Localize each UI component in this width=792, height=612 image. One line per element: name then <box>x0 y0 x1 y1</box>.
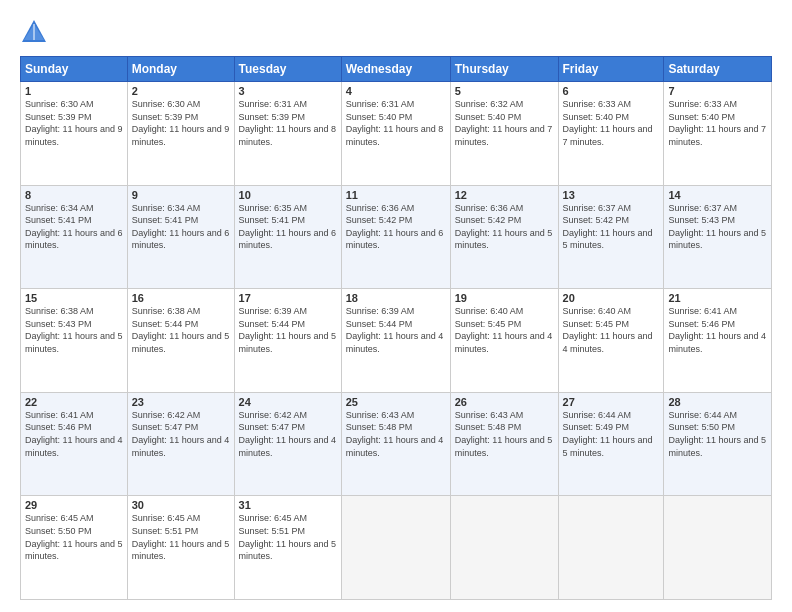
day-number: 26 <box>455 396 554 408</box>
day-number: 16 <box>132 292 230 304</box>
day-number: 7 <box>668 85 767 97</box>
day-number: 23 <box>132 396 230 408</box>
day-number: 10 <box>239 189 337 201</box>
calendar-cell: 28Sunrise: 6:44 AMSunset: 5:50 PMDayligh… <box>664 392 772 496</box>
calendar-cell: 26Sunrise: 6:43 AMSunset: 5:48 PMDayligh… <box>450 392 558 496</box>
calendar-cell: 19Sunrise: 6:40 AMSunset: 5:45 PMDayligh… <box>450 289 558 393</box>
calendar-cell: 22Sunrise: 6:41 AMSunset: 5:46 PMDayligh… <box>21 392 128 496</box>
day-header-saturday: Saturday <box>664 57 772 82</box>
day-info: Sunrise: 6:38 AMSunset: 5:43 PMDaylight:… <box>25 306 123 354</box>
day-info: Sunrise: 6:37 AMSunset: 5:42 PMDaylight:… <box>563 203 653 251</box>
day-info: Sunrise: 6:30 AMSunset: 5:39 PMDaylight:… <box>132 99 230 147</box>
calendar-cell: 25Sunrise: 6:43 AMSunset: 5:48 PMDayligh… <box>341 392 450 496</box>
day-number: 3 <box>239 85 337 97</box>
day-info: Sunrise: 6:32 AMSunset: 5:40 PMDaylight:… <box>455 99 553 147</box>
calendar-cell: 3Sunrise: 6:31 AMSunset: 5:39 PMDaylight… <box>234 82 341 186</box>
day-info: Sunrise: 6:44 AMSunset: 5:50 PMDaylight:… <box>668 410 766 458</box>
day-info: Sunrise: 6:35 AMSunset: 5:41 PMDaylight:… <box>239 203 337 251</box>
day-info: Sunrise: 6:43 AMSunset: 5:48 PMDaylight:… <box>346 410 444 458</box>
calendar-cell: 18Sunrise: 6:39 AMSunset: 5:44 PMDayligh… <box>341 289 450 393</box>
day-number: 19 <box>455 292 554 304</box>
day-number: 28 <box>668 396 767 408</box>
day-info: Sunrise: 6:37 AMSunset: 5:43 PMDaylight:… <box>668 203 766 251</box>
day-number: 2 <box>132 85 230 97</box>
calendar-cell: 16Sunrise: 6:38 AMSunset: 5:44 PMDayligh… <box>127 289 234 393</box>
day-info: Sunrise: 6:40 AMSunset: 5:45 PMDaylight:… <box>563 306 653 354</box>
day-number: 27 <box>563 396 660 408</box>
calendar-cell <box>558 496 664 600</box>
day-number: 29 <box>25 499 123 511</box>
calendar-cell: 31Sunrise: 6:45 AMSunset: 5:51 PMDayligh… <box>234 496 341 600</box>
day-info: Sunrise: 6:33 AMSunset: 5:40 PMDaylight:… <box>668 99 766 147</box>
calendar-cell: 27Sunrise: 6:44 AMSunset: 5:49 PMDayligh… <box>558 392 664 496</box>
day-header-tuesday: Tuesday <box>234 57 341 82</box>
calendar-cell: 20Sunrise: 6:40 AMSunset: 5:45 PMDayligh… <box>558 289 664 393</box>
day-info: Sunrise: 6:31 AMSunset: 5:39 PMDaylight:… <box>239 99 337 147</box>
day-number: 1 <box>25 85 123 97</box>
calendar-cell: 2Sunrise: 6:30 AMSunset: 5:39 PMDaylight… <box>127 82 234 186</box>
calendar-cell: 24Sunrise: 6:42 AMSunset: 5:47 PMDayligh… <box>234 392 341 496</box>
day-number: 12 <box>455 189 554 201</box>
day-number: 15 <box>25 292 123 304</box>
day-info: Sunrise: 6:36 AMSunset: 5:42 PMDaylight:… <box>346 203 444 251</box>
calendar-cell: 8Sunrise: 6:34 AMSunset: 5:41 PMDaylight… <box>21 185 128 289</box>
day-header-friday: Friday <box>558 57 664 82</box>
day-number: 20 <box>563 292 660 304</box>
day-number: 6 <box>563 85 660 97</box>
calendar-cell: 4Sunrise: 6:31 AMSunset: 5:40 PMDaylight… <box>341 82 450 186</box>
day-info: Sunrise: 6:42 AMSunset: 5:47 PMDaylight:… <box>239 410 337 458</box>
day-header-wednesday: Wednesday <box>341 57 450 82</box>
day-info: Sunrise: 6:44 AMSunset: 5:49 PMDaylight:… <box>563 410 653 458</box>
calendar-cell: 12Sunrise: 6:36 AMSunset: 5:42 PMDayligh… <box>450 185 558 289</box>
calendar-cell: 17Sunrise: 6:39 AMSunset: 5:44 PMDayligh… <box>234 289 341 393</box>
day-info: Sunrise: 6:45 AMSunset: 5:51 PMDaylight:… <box>132 513 230 561</box>
calendar-cell: 14Sunrise: 6:37 AMSunset: 5:43 PMDayligh… <box>664 185 772 289</box>
calendar-cell: 5Sunrise: 6:32 AMSunset: 5:40 PMDaylight… <box>450 82 558 186</box>
calendar-cell: 21Sunrise: 6:41 AMSunset: 5:46 PMDayligh… <box>664 289 772 393</box>
calendar-cell <box>450 496 558 600</box>
day-info: Sunrise: 6:39 AMSunset: 5:44 PMDaylight:… <box>346 306 444 354</box>
day-info: Sunrise: 6:40 AMSunset: 5:45 PMDaylight:… <box>455 306 553 354</box>
day-number: 4 <box>346 85 446 97</box>
day-number: 17 <box>239 292 337 304</box>
logo <box>20 18 52 46</box>
calendar-cell: 7Sunrise: 6:33 AMSunset: 5:40 PMDaylight… <box>664 82 772 186</box>
day-number: 31 <box>239 499 337 511</box>
day-info: Sunrise: 6:31 AMSunset: 5:40 PMDaylight:… <box>346 99 444 147</box>
day-number: 11 <box>346 189 446 201</box>
day-info: Sunrise: 6:33 AMSunset: 5:40 PMDaylight:… <box>563 99 653 147</box>
day-number: 22 <box>25 396 123 408</box>
day-info: Sunrise: 6:42 AMSunset: 5:47 PMDaylight:… <box>132 410 230 458</box>
day-info: Sunrise: 6:43 AMSunset: 5:48 PMDaylight:… <box>455 410 553 458</box>
calendar-cell: 6Sunrise: 6:33 AMSunset: 5:40 PMDaylight… <box>558 82 664 186</box>
day-info: Sunrise: 6:41 AMSunset: 5:46 PMDaylight:… <box>25 410 123 458</box>
day-number: 9 <box>132 189 230 201</box>
day-info: Sunrise: 6:39 AMSunset: 5:44 PMDaylight:… <box>239 306 337 354</box>
day-number: 5 <box>455 85 554 97</box>
day-header-thursday: Thursday <box>450 57 558 82</box>
day-info: Sunrise: 6:34 AMSunset: 5:41 PMDaylight:… <box>132 203 230 251</box>
calendar-cell: 11Sunrise: 6:36 AMSunset: 5:42 PMDayligh… <box>341 185 450 289</box>
calendar-cell: 30Sunrise: 6:45 AMSunset: 5:51 PMDayligh… <box>127 496 234 600</box>
calendar-cell: 13Sunrise: 6:37 AMSunset: 5:42 PMDayligh… <box>558 185 664 289</box>
day-info: Sunrise: 6:41 AMSunset: 5:46 PMDaylight:… <box>668 306 766 354</box>
day-number: 21 <box>668 292 767 304</box>
day-info: Sunrise: 6:30 AMSunset: 5:39 PMDaylight:… <box>25 99 123 147</box>
day-number: 25 <box>346 396 446 408</box>
day-number: 18 <box>346 292 446 304</box>
calendar-cell <box>341 496 450 600</box>
day-number: 14 <box>668 189 767 201</box>
logo-icon <box>20 18 48 46</box>
day-number: 13 <box>563 189 660 201</box>
day-header-sunday: Sunday <box>21 57 128 82</box>
calendar-cell: 10Sunrise: 6:35 AMSunset: 5:41 PMDayligh… <box>234 185 341 289</box>
calendar-cell <box>664 496 772 600</box>
day-number: 8 <box>25 189 123 201</box>
day-number: 30 <box>132 499 230 511</box>
day-info: Sunrise: 6:34 AMSunset: 5:41 PMDaylight:… <box>25 203 123 251</box>
day-header-monday: Monday <box>127 57 234 82</box>
calendar-cell: 15Sunrise: 6:38 AMSunset: 5:43 PMDayligh… <box>21 289 128 393</box>
calendar-cell: 23Sunrise: 6:42 AMSunset: 5:47 PMDayligh… <box>127 392 234 496</box>
day-info: Sunrise: 6:38 AMSunset: 5:44 PMDaylight:… <box>132 306 230 354</box>
day-info: Sunrise: 6:45 AMSunset: 5:51 PMDaylight:… <box>239 513 337 561</box>
